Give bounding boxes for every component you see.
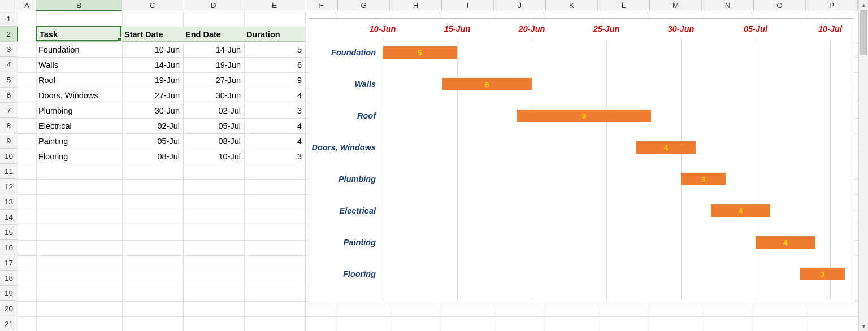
column-header[interactable]: B [36, 0, 122, 11]
row-header[interactable]: 4 [0, 57, 18, 72]
column-header[interactable]: O [754, 0, 806, 11]
row-header[interactable]: 14 [0, 210, 18, 225]
row-header[interactable]: 15 [0, 225, 18, 240]
chart-y-tick-label: Roof [309, 111, 376, 120]
table-header-cell[interactable]: Task [36, 27, 122, 42]
chart-bar[interactable]: 3 [800, 268, 845, 280]
chart-x-tick-label: 15-Jun [444, 24, 471, 33]
vertical-scrollbar[interactable]: ▴ ▾ [858, 0, 868, 331]
chart-y-tick-label: Electrical [309, 206, 376, 215]
table-cell[interactable]: Plumbing [36, 103, 122, 118]
row-header[interactable]: 10 [0, 149, 18, 164]
table-cell[interactable]: 4 [244, 118, 305, 133]
table-cell[interactable]: 30-Jun [183, 88, 244, 103]
row-header[interactable]: 6 [0, 88, 18, 103]
row-header[interactable]: 11 [0, 164, 18, 179]
table-cell[interactable]: 4 [244, 88, 305, 103]
table-cell[interactable]: 14-Jun [183, 42, 244, 57]
gantt-chart[interactable]: 10-Jun15-Jun20-Jun25-Jun30-Jun05-Jul10-J… [309, 18, 854, 304]
row-header[interactable]: 2 [0, 27, 18, 42]
column-headers: ABCDEFGHIJKLMNOP [0, 0, 858, 11]
chart-x-tick-label: 30-Jun [668, 24, 695, 33]
row-header[interactable]: 18 [0, 271, 18, 286]
chart-y-tick-label: Walls [309, 80, 376, 89]
column-header[interactable]: K [546, 0, 598, 11]
table-cell[interactable]: 3 [244, 103, 305, 118]
row-headers: 123456789101112131415161718192021 [0, 11, 18, 331]
row-header[interactable]: 20 [0, 301, 18, 316]
table-cell[interactable]: 27-Jun [122, 88, 183, 103]
scroll-down-button[interactable]: ▾ [859, 321, 868, 331]
table-cell[interactable]: Walls [36, 57, 122, 72]
table-cell[interactable]: 19-Jun [122, 72, 183, 88]
row-header[interactable]: 8 [0, 118, 18, 133]
table-cell[interactable]: Painting [36, 133, 122, 149]
table-cell[interactable]: 9 [244, 72, 305, 88]
chart-y-tick-label: Doors, Windows [309, 143, 376, 152]
table-cell[interactable]: 02-Jul [122, 118, 183, 133]
chart-bar[interactable]: 9 [517, 110, 652, 122]
column-header[interactable]: F [305, 0, 338, 11]
column-header[interactable]: M [650, 0, 702, 11]
table-cell[interactable]: 10-Jul [183, 149, 244, 164]
chart-bar[interactable]: 5 [383, 46, 457, 59]
cell-grid[interactable]: TaskStart DateEnd DateDurationFoundation… [18, 11, 858, 331]
table-header-cell[interactable]: Start Date [122, 27, 183, 42]
chart-bar[interactable]: 4 [711, 204, 771, 217]
column-header[interactable]: G [338, 0, 390, 11]
table-cell[interactable]: 10-Jun [122, 42, 183, 57]
row-header[interactable]: 7 [0, 103, 18, 118]
table-cell[interactable]: 6 [244, 57, 305, 72]
table-cell[interactable]: Foundation [36, 42, 122, 57]
table-header-cell[interactable]: End Date [183, 27, 244, 42]
chart-bar[interactable]: 4 [756, 236, 815, 249]
row-header[interactable]: 21 [0, 316, 18, 331]
table-cell[interactable]: 3 [244, 149, 305, 164]
column-header[interactable]: P [806, 0, 858, 11]
table-cell[interactable]: 02-Jul [183, 103, 244, 118]
row-header[interactable]: 1 [0, 11, 18, 27]
row-header[interactable]: 13 [0, 194, 18, 210]
table-cell[interactable]: 19-Jun [183, 57, 244, 72]
row-header[interactable]: 12 [0, 179, 18, 194]
column-header[interactable]: I [442, 0, 494, 11]
scroll-thumb[interactable] [860, 10, 867, 55]
table-cell[interactable]: 05-Jul [122, 133, 183, 149]
column-header[interactable]: D [183, 0, 244, 11]
chart-gridline [383, 39, 383, 300]
chart-y-tick-label: Plumbing [309, 175, 376, 184]
column-header[interactable]: A [18, 0, 36, 11]
table-cell[interactable]: 05-Jul [183, 118, 244, 133]
table-cell[interactable]: Doors, Windows [36, 88, 122, 103]
table-header-cell[interactable]: Duration [244, 27, 305, 42]
row-header[interactable]: 16 [0, 240, 18, 255]
table-cell[interactable]: 4 [244, 133, 305, 149]
row-header[interactable]: 19 [0, 286, 18, 301]
column-header[interactable]: J [494, 0, 546, 11]
row-header[interactable]: 17 [0, 255, 18, 271]
scroll-up-button[interactable]: ▴ [859, 0, 868, 10]
column-header[interactable]: C [122, 0, 183, 11]
table-cell[interactable]: 27-Jun [183, 72, 244, 88]
table-cell[interactable]: Flooring [36, 149, 122, 164]
table-cell[interactable]: 14-Jun [122, 57, 183, 72]
column-header[interactable]: N [702, 0, 754, 11]
table-cell[interactable]: 30-Jun [122, 103, 183, 118]
row-header[interactable]: 5 [0, 72, 18, 88]
column-header[interactable]: H [390, 0, 442, 11]
table-cell[interactable]: 08-Jul [183, 133, 244, 149]
chart-bar[interactable]: 4 [636, 141, 696, 154]
row-header[interactable]: 3 [0, 42, 18, 57]
column-header[interactable]: E [244, 0, 305, 11]
table-cell[interactable]: 5 [244, 42, 305, 57]
table-cell[interactable]: 08-Jul [122, 149, 183, 164]
chart-bar[interactable]: 6 [442, 78, 532, 90]
table-cell[interactable]: Roof [36, 72, 122, 88]
chart-y-tick-label: Flooring [309, 269, 376, 278]
row-header[interactable]: 9 [0, 133, 18, 149]
column-header[interactable]: L [598, 0, 650, 11]
chart-gridline [756, 39, 756, 300]
chart-gridline [532, 39, 532, 300]
table-cell[interactable]: Electrical [36, 118, 122, 133]
chart-bar[interactable]: 3 [681, 173, 726, 185]
